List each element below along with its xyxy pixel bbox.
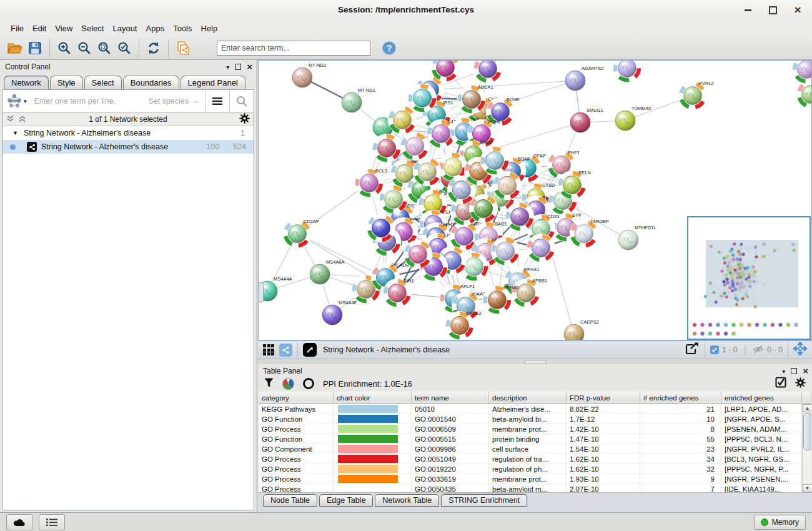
- enrichment-row[interactable]: GO FunctionGO:0005515protein binding1.47…: [259, 434, 802, 444]
- enrichment-row[interactable]: GO ProcessGO:0019220regulation of ph...1…: [259, 464, 802, 474]
- cloud-icon[interactable]: [6, 514, 32, 530]
- description-cell: beta-amyloid m...: [489, 484, 567, 492]
- selected-count-badge: 1 - 0: [710, 345, 738, 354]
- string-search-bar: STRING ▾ Set species →: [2, 90, 254, 113]
- network-collection-row[interactable]: ▼ String Network - Alzheimer's disease 1: [2, 126, 254, 140]
- horizontal-splitter[interactable]: [258, 359, 812, 364]
- network-row-selected[interactable]: String Network - Alzheimer's disease 100…: [2, 140, 254, 154]
- maximize-button[interactable]: [767, 4, 778, 16]
- menu-view[interactable]: View: [51, 22, 77, 35]
- network-from-file-icon[interactable]: [173, 39, 193, 57]
- string-logo[interactable]: STRING ▾: [2, 93, 29, 109]
- column-header-term-name[interactable]: term name: [412, 392, 489, 404]
- menu-layout[interactable]: Layout: [108, 22, 141, 35]
- enrichment-row[interactable]: GO ProcessGO:0033619membrane prot...1.93…: [259, 474, 802, 484]
- memory-button[interactable]: Memory: [754, 515, 806, 530]
- panel-menu-caret-icon[interactable]: ▾: [226, 64, 229, 71]
- menu-select[interactable]: Select: [77, 22, 108, 35]
- enrichment-row[interactable]: GO ProcessGO:0006509membrane prot...1.42…: [259, 424, 802, 434]
- chart-color-cell: [334, 484, 412, 492]
- enrichment-row[interactable]: GO ProcessGO:0051049regulation of tra...…: [259, 454, 802, 464]
- description-cell: protein binding: [489, 434, 567, 444]
- node-label: APLP1: [460, 284, 475, 289]
- save-icon[interactable]: [25, 39, 45, 57]
- menu-help[interactable]: Help: [197, 22, 222, 35]
- zoom-fit-icon[interactable]: [94, 39, 114, 57]
- category-cell: GO Component: [259, 444, 334, 454]
- panel-menu-caret-icon[interactable]: ▾: [782, 368, 785, 375]
- scroll-down-icon[interactable]: ▼: [803, 484, 811, 492]
- string-options-menu-icon[interactable]: [205, 90, 229, 112]
- search-input[interactable]: [217, 41, 370, 56]
- share-icon[interactable]: [279, 344, 292, 357]
- panel-grip-handle[interactable]: [259, 282, 264, 302]
- genes-cell: [NGFR, PSENEN,...: [721, 474, 802, 484]
- enrichment-row[interactable]: GO ComponentGO:0009986cell surface1.54E-…: [259, 444, 802, 454]
- ppi-enrichment-label: PPI Enrichment: 1.0E-16: [323, 379, 412, 389]
- tab-network[interactable]: Network: [4, 76, 49, 89]
- menu-apps[interactable]: Apps: [142, 22, 169, 35]
- annotation-arrow-icon[interactable]: [303, 343, 317, 357]
- filter-icon[interactable]: [264, 378, 274, 390]
- network-list-gear-icon[interactable]: [239, 113, 250, 126]
- tab-style[interactable]: Style: [50, 76, 83, 89]
- tab-boundaries[interactable]: Boundaries: [123, 76, 179, 89]
- color-swatch: [338, 455, 398, 463]
- zoom-selected-icon[interactable]: [114, 39, 134, 57]
- panel-close-icon[interactable]: ×: [803, 368, 808, 374]
- chart-color-cell: [334, 464, 412, 474]
- menu-edit[interactable]: Edit: [28, 22, 51, 35]
- expand-all-icon[interactable]: [18, 115, 26, 124]
- panel-float-icon[interactable]: [235, 64, 241, 70]
- description-cell: regulation of tra...: [489, 454, 567, 464]
- tab-legend-panel[interactable]: Legend Panel: [181, 76, 245, 89]
- zoom-out-icon[interactable]: [74, 39, 94, 57]
- menu-tools[interactable]: Tools: [169, 22, 196, 35]
- enrichment-row[interactable]: GO ProcessGO:0050435beta-amyloid m...2.0…: [259, 484, 802, 492]
- tab-network-table[interactable]: Network Table: [375, 494, 439, 507]
- export-icon[interactable]: [685, 342, 700, 358]
- node-label: MTHFD1L: [635, 225, 656, 231]
- scroll-up-icon[interactable]: ▲: [803, 404, 811, 412]
- settings-gear-icon[interactable]: [795, 377, 806, 390]
- enrichment-table-rows: KEGG Pathways05010Alzheimer's dise...8.8…: [259, 404, 802, 492]
- tab-select[interactable]: Select: [84, 76, 122, 89]
- enrichment-row[interactable]: GO FunctionGO:0001540beta-amyloid bi...1…: [259, 414, 802, 424]
- tab-edge-table[interactable]: Edge Table: [319, 494, 373, 507]
- tab-node-table[interactable]: Node Table: [263, 494, 317, 507]
- help-icon[interactable]: ?: [379, 39, 399, 57]
- ring-chart-icon[interactable]: [303, 378, 314, 389]
- minimize-button[interactable]: [742, 4, 753, 16]
- set-species-label[interactable]: Set species →: [148, 97, 199, 106]
- checkbox-icon[interactable]: [775, 377, 786, 390]
- close-button[interactable]: ×: [792, 4, 803, 16]
- column-header-enriched-genes[interactable]: enriched genes: [721, 392, 802, 404]
- column-header-category[interactable]: category: [259, 392, 334, 404]
- collapse-all-icon[interactable]: [6, 115, 14, 124]
- network-view[interactable]: MT-ND2MT-ND1VSNL1GAB2IRS1CHATABCA1BCHEIL…: [258, 60, 812, 340]
- column-header-chart-color[interactable]: chart color: [334, 392, 412, 404]
- zoom-in-icon[interactable]: [54, 39, 74, 57]
- string-search-icon[interactable]: [230, 90, 254, 112]
- refresh-icon[interactable]: [144, 39, 164, 57]
- string-query-input[interactable]: [29, 96, 149, 106]
- column-header-FDR-p-value[interactable]: FDR p-value: [567, 392, 640, 404]
- task-list-icon[interactable]: [39, 514, 65, 530]
- column-header--enriched-genes[interactable]: # enriched genes: [640, 392, 721, 404]
- scrollbar-thumb[interactable]: [803, 413, 811, 450]
- tab-string-enrichment[interactable]: STRING Enrichment: [441, 494, 527, 507]
- color-swatch: [338, 405, 398, 413]
- panel-float-icon[interactable]: [791, 368, 797, 374]
- panel-close-icon[interactable]: ×: [247, 64, 252, 70]
- birdseye-view[interactable]: [687, 216, 811, 340]
- table-scrollbar[interactable]: ▲ ▼: [802, 404, 811, 492]
- open-folder-icon[interactable]: [5, 39, 25, 57]
- move-icon[interactable]: [793, 342, 807, 358]
- column-header-description[interactable]: description: [489, 392, 567, 404]
- pie-chart-icon[interactable]: [282, 378, 294, 390]
- tree-expander-icon[interactable]: ▼: [12, 130, 18, 136]
- grid-icon[interactable]: [263, 344, 274, 355]
- menu-file[interactable]: File: [6, 22, 28, 35]
- count-cell: 8: [640, 424, 721, 434]
- enrichment-row[interactable]: KEGG Pathways05010Alzheimer's dise...8.8…: [259, 404, 802, 414]
